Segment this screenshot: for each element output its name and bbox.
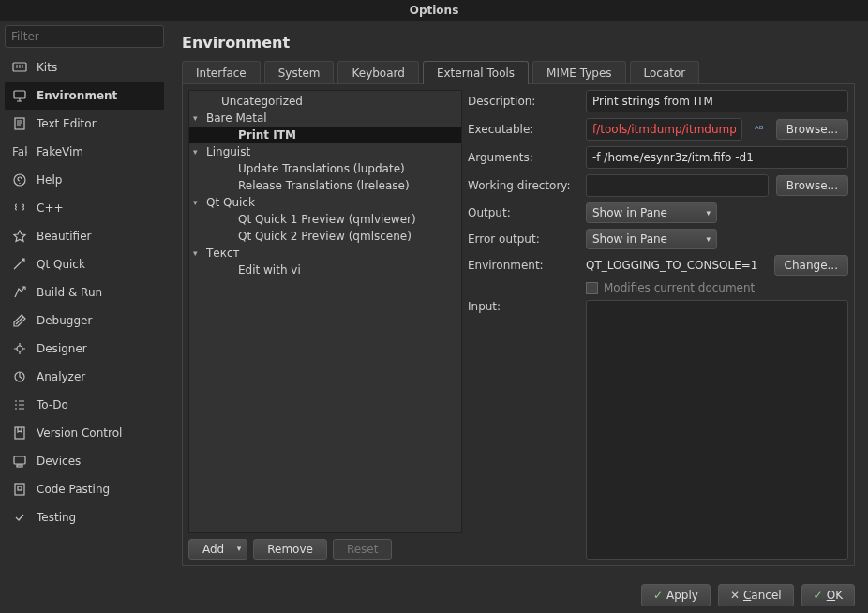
sidebar-item-c-[interactable]: C++: [5, 194, 164, 222]
tool-tree[interactable]: Uncategorized▾Bare MetalPrint ITM▾Lingui…: [188, 90, 462, 533]
sidebar-icon: [12, 116, 27, 131]
sidebar-item-label: Devices: [37, 455, 81, 468]
sidebar-item-label: Debugger: [37, 314, 92, 327]
sidebar-item-label: Kits: [37, 61, 57, 74]
environment-change-button[interactable]: Change...: [774, 255, 848, 276]
ok-button[interactable]: ✓OK: [801, 584, 855, 606]
tree-item[interactable]: Edit with vi: [189, 262, 461, 278]
sidebar-item-code-pasting[interactable]: Code Pasting: [5, 475, 164, 503]
svg-rect-9: [17, 465, 22, 467]
executable-label: Executable:: [468, 123, 578, 136]
sidebar-item-qt-quick[interactable]: Qt Quick: [5, 250, 164, 278]
sidebar-icon: [12, 285, 27, 300]
tree-item[interactable]: ▾Bare Metal: [189, 110, 461, 127]
sidebar-icon: [12, 369, 27, 384]
sidebar-icon: [12, 60, 27, 75]
input-label: Input:: [468, 300, 578, 560]
tree-item-label: Bare Metal: [206, 112, 267, 125]
tab-interface[interactable]: Interface: [182, 61, 261, 84]
output-label: Output:: [468, 206, 578, 219]
sidebar-item-label: Beautifier: [37, 230, 92, 243]
sidebar-item-to-do[interactable]: To-Do: [5, 391, 164, 419]
close-icon: ✕: [730, 589, 740, 602]
title-bar: Options: [0, 0, 868, 21]
environment-value: QT_LOGGING_TO_CONSOLE=1: [586, 259, 767, 272]
input-textarea[interactable]: [586, 300, 848, 560]
error-output-select[interactable]: Show in Pane: [586, 229, 717, 249]
filter-input[interactable]: [5, 25, 164, 48]
svg-rect-8: [14, 456, 25, 464]
tree-item[interactable]: ▾Текст: [189, 245, 461, 262]
executable-input[interactable]: [586, 118, 742, 141]
sidebar-item-label: Text Editor: [37, 117, 97, 130]
tree-item-label: Print ITM: [238, 128, 296, 142]
chevron-down-icon: ▾: [193, 147, 202, 157]
description-input[interactable]: [586, 90, 848, 112]
arguments-input[interactable]: [586, 146, 848, 169]
sidebar-item-beautifier[interactable]: Beautifier: [5, 222, 164, 250]
tab-mime-types[interactable]: MIME Types: [532, 61, 625, 84]
tree-item-label: Uncategorized: [221, 95, 303, 108]
arguments-label: Arguments:: [468, 151, 578, 164]
sidebar-icon: [12, 313, 27, 328]
sidebar-item-designer[interactable]: Designer: [5, 335, 164, 363]
sidebar-item-label: Qt Quick: [37, 258, 85, 271]
sidebar-item-label: Analyzer: [37, 370, 85, 383]
svg-rect-10: [15, 484, 24, 495]
sidebar-item-text-editor[interactable]: Text Editor: [5, 110, 164, 138]
tab-keyboard[interactable]: Keyboard: [337, 61, 418, 84]
sidebar-item-testing[interactable]: Testing: [5, 503, 164, 531]
tree-item[interactable]: Qt Quick 1 Preview (qmlviewer): [189, 211, 461, 228]
error-output-label: Error output:: [468, 232, 578, 246]
sidebar-icon: [12, 426, 27, 441]
sidebar-item-debugger[interactable]: Debugger: [5, 306, 164, 335]
modifies-checkbox[interactable]: Modifies current document: [586, 281, 755, 294]
sidebar-item-label: C++: [37, 202, 64, 215]
cancel-button[interactable]: ✕Cancel: [718, 584, 794, 606]
svg-text:Fake: Fake: [12, 145, 27, 158]
sidebar: KitsEnvironmentText EditorFakeFakeVimHel…: [0, 21, 169, 604]
sidebar-item-devices[interactable]: Devices: [5, 447, 164, 475]
sidebar-item-label: Testing: [37, 511, 76, 524]
executable-browse-button[interactable]: Browse...: [776, 119, 848, 140]
tree-item[interactable]: ▾Linguist: [189, 143, 461, 160]
sidebar-item-analyzer[interactable]: Analyzer: [5, 363, 164, 391]
check-icon: ✓: [814, 589, 823, 602]
sidebar-item-build-run[interactable]: Build & Run: [5, 278, 164, 306]
tab-external-tools[interactable]: External Tools: [423, 61, 529, 84]
svg-rect-1: [14, 91, 25, 98]
remove-button[interactable]: Remove: [253, 539, 327, 560]
tab-locator[interactable]: Locator: [630, 61, 700, 84]
tree-item[interactable]: Update Translations (lupdate): [189, 160, 461, 177]
check-icon: ✓: [653, 589, 663, 602]
tree-item[interactable]: ▾Qt Quick: [189, 194, 461, 211]
sidebar-item-label: Designer: [37, 342, 87, 355]
add-button[interactable]: Add: [188, 539, 247, 560]
sidebar-item-kits[interactable]: Kits: [5, 53, 164, 82]
sidebar-item-help[interactable]: Help: [5, 166, 164, 194]
tree-item-label: Update Translations (lupdate): [238, 162, 405, 175]
workdir-browse-button[interactable]: Browse...: [776, 175, 848, 196]
sidebar-item-version-control[interactable]: Version Control: [5, 419, 164, 447]
sidebar-icon: Fake: [12, 144, 27, 159]
tree-item[interactable]: Uncategorized: [189, 93, 461, 110]
sidebar-icon: [12, 201, 27, 216]
tree-item[interactable]: Qt Quick 2 Preview (qmlscene): [189, 228, 461, 245]
sidebar-item-fakevim[interactable]: FakeFakeVim: [5, 138, 164, 166]
sidebar-icon: [12, 229, 27, 244]
tree-item-label: Текст: [206, 247, 240, 260]
workdir-input[interactable]: [586, 174, 769, 197]
tree-item-label: Linguist: [206, 145, 250, 158]
sidebar-item-environment[interactable]: Environment: [5, 82, 164, 110]
sidebar-icon: [12, 341, 27, 356]
variable-icon[interactable]: ᴬᴮ: [750, 120, 769, 139]
tree-item[interactable]: Release Translations (lrelease): [189, 177, 461, 194]
reset-button[interactable]: Reset: [333, 539, 393, 560]
tab-system[interactable]: System: [264, 61, 335, 84]
sidebar-item-label: To-Do: [37, 398, 68, 411]
output-select[interactable]: Show in Pane: [586, 202, 717, 223]
tree-item[interactable]: Print ITM: [189, 127, 461, 143]
page-title: Environment: [182, 34, 855, 52]
apply-button[interactable]: ✓Apply: [641, 584, 711, 606]
sidebar-icon: [12, 482, 27, 497]
